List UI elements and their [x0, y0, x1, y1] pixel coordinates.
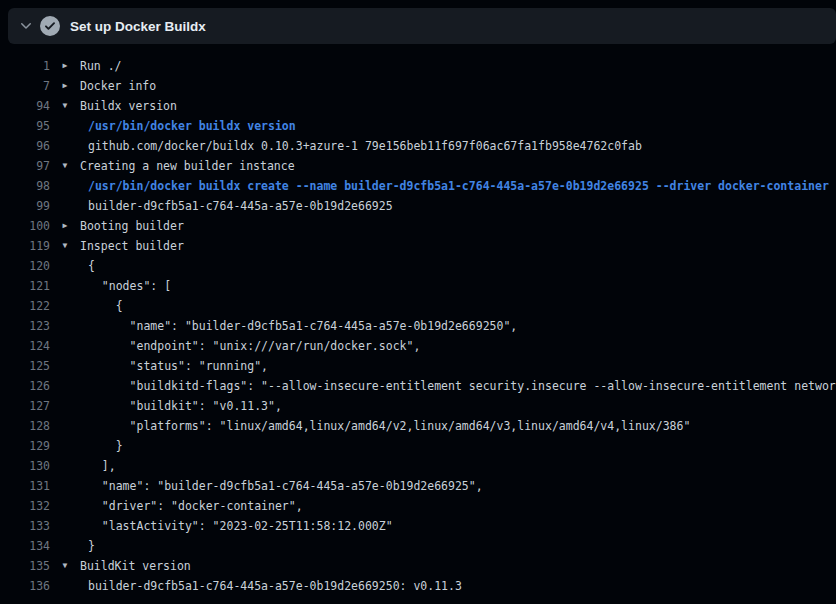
- log-line: 123 "name": "builder-d9cfb5a1-c764-445a-…: [0, 316, 836, 336]
- output-text: "lastActivity": "2023-02-25T11:58:12.000…: [80, 516, 393, 536]
- log-group-row[interactable]: 100▶Booting builder: [0, 216, 836, 236]
- line-number[interactable]: 134: [0, 536, 50, 556]
- triangle-down-icon[interactable]: ▼: [50, 156, 80, 176]
- arrow-spacer: [50, 376, 80, 396]
- group-title[interactable]: Run ./: [80, 56, 122, 76]
- line-number[interactable]: 131: [0, 476, 50, 496]
- arrow-spacer: [50, 296, 80, 316]
- triangle-right-icon[interactable]: ▶: [50, 56, 80, 76]
- line-number[interactable]: 1: [0, 56, 50, 76]
- line-number[interactable]: 95: [0, 116, 50, 136]
- triangle-right-icon[interactable]: ▶: [50, 216, 80, 236]
- output-text: }: [80, 536, 95, 556]
- log-line: 136builder-d9cfb5a1-c764-445a-a57e-0b19d…: [0, 576, 836, 596]
- arrow-spacer: [50, 476, 80, 496]
- chevron-down-icon[interactable]: [18, 18, 34, 34]
- output-text: "name": "builder-d9cfb5a1-c764-445a-a57e…: [80, 316, 517, 336]
- command-text: /usr/bin/docker buildx create --name bui…: [80, 176, 829, 196]
- line-number[interactable]: 122: [0, 296, 50, 316]
- actions-log-page: { "header": { "title": "Set up Docker Bu…: [0, 0, 836, 604]
- line-number[interactable]: 97: [0, 156, 50, 176]
- line-number[interactable]: 121: [0, 276, 50, 296]
- line-number[interactable]: 130: [0, 456, 50, 476]
- arrow-spacer: [50, 256, 80, 276]
- log-line: 99builder-d9cfb5a1-c764-445a-a57e-0b19d2…: [0, 196, 836, 216]
- output-text: github.com/docker/buildx 0.10.3+azure-1 …: [80, 136, 642, 156]
- line-number[interactable]: 99: [0, 196, 50, 216]
- log-group-row[interactable]: 135▼BuildKit version: [0, 556, 836, 576]
- line-number[interactable]: 129: [0, 436, 50, 456]
- log-line: 98/usr/bin/docker buildx create --name b…: [0, 176, 836, 196]
- arrow-spacer: [50, 496, 80, 516]
- line-number[interactable]: 120: [0, 256, 50, 276]
- output-text: "platforms": "linux/amd64,linux/amd64/v2…: [80, 416, 690, 436]
- output-text: }: [80, 436, 123, 456]
- step-header[interactable]: Set up Docker Buildx: [8, 8, 836, 44]
- output-text: "name": "builder-d9cfb5a1-c764-445a-a57e…: [80, 476, 483, 496]
- line-number[interactable]: 133: [0, 516, 50, 536]
- check-circle-icon: [40, 16, 60, 36]
- log-group-row[interactable]: 94▼Buildx version: [0, 96, 836, 116]
- line-number[interactable]: 124: [0, 336, 50, 356]
- command-text: /usr/bin/docker buildx version: [80, 116, 296, 136]
- line-number[interactable]: 7: [0, 76, 50, 96]
- triangle-down-icon[interactable]: ▼: [50, 236, 80, 256]
- line-number[interactable]: 125: [0, 356, 50, 376]
- log-line: 128 "platforms": "linux/amd64,linux/amd6…: [0, 416, 836, 436]
- log-line: 120{: [0, 256, 836, 276]
- arrow-spacer: [50, 196, 80, 216]
- line-number[interactable]: 128: [0, 416, 50, 436]
- output-text: "status": "running",: [80, 356, 268, 376]
- log-line: 126 "buildkitd-flags": "--allow-insecure…: [0, 376, 836, 396]
- log-group-row[interactable]: 119▼Inspect builder: [0, 236, 836, 256]
- group-title[interactable]: Docker info: [80, 76, 156, 96]
- arrow-spacer: [50, 576, 80, 596]
- output-text: "nodes": [: [80, 276, 171, 296]
- line-number[interactable]: 119: [0, 236, 50, 256]
- triangle-right-icon[interactable]: ▶: [50, 76, 80, 96]
- line-number[interactable]: 136: [0, 576, 50, 596]
- output-text: builder-d9cfb5a1-c764-445a-a57e-0b19d2e6…: [80, 576, 462, 596]
- triangle-down-icon[interactable]: ▼: [50, 556, 80, 576]
- arrow-spacer: [50, 336, 80, 356]
- line-number[interactable]: 123: [0, 316, 50, 336]
- log-group-row[interactable]: 97▼Creating a new builder instance: [0, 156, 836, 176]
- line-number[interactable]: 127: [0, 396, 50, 416]
- log-area: 1▶Run ./7▶Docker info94▼Buildx version95…: [0, 44, 836, 604]
- arrow-spacer: [50, 516, 80, 536]
- log-line: 125 "status": "running",: [0, 356, 836, 376]
- line-number[interactable]: 126: [0, 376, 50, 396]
- arrow-spacer: [50, 316, 80, 336]
- group-title[interactable]: BuildKit version: [80, 556, 191, 576]
- line-number[interactable]: 98: [0, 176, 50, 196]
- output-text: "buildkit": "v0.11.3",: [80, 396, 282, 416]
- log-line: 134}: [0, 536, 836, 556]
- log-line: 127 "buildkit": "v0.11.3",: [0, 396, 836, 416]
- line-number[interactable]: 135: [0, 556, 50, 576]
- group-title[interactable]: Booting builder: [80, 216, 184, 236]
- output-text: "buildkitd-flags": "--allow-insecure-ent…: [80, 376, 836, 396]
- arrow-spacer: [50, 136, 80, 156]
- group-title[interactable]: Inspect builder: [80, 236, 184, 256]
- group-title[interactable]: Buildx version: [80, 96, 177, 116]
- triangle-down-icon[interactable]: ▼: [50, 96, 80, 116]
- output-text: "driver": "docker-container",: [80, 496, 303, 516]
- log-line: 95/usr/bin/docker buildx version: [0, 116, 836, 136]
- step-title: Set up Docker Buildx: [70, 19, 206, 34]
- arrow-spacer: [50, 276, 80, 296]
- log-line: 129 }: [0, 436, 836, 456]
- line-number[interactable]: 94: [0, 96, 50, 116]
- line-number[interactable]: 96: [0, 136, 50, 156]
- log-line: 131 "name": "builder-d9cfb5a1-c764-445a-…: [0, 476, 836, 496]
- line-number[interactable]: 132: [0, 496, 50, 516]
- log-line: 124 "endpoint": "unix:///var/run/docker.…: [0, 336, 836, 356]
- arrow-spacer: [50, 116, 80, 136]
- group-title[interactable]: Creating a new builder instance: [80, 156, 295, 176]
- output-text: {: [80, 296, 123, 316]
- log-group-row[interactable]: 7▶Docker info: [0, 76, 836, 96]
- log-group-row[interactable]: 1▶Run ./: [0, 56, 836, 76]
- log-line: 133 "lastActivity": "2023-02-25T11:58:12…: [0, 516, 836, 536]
- arrow-spacer: [50, 436, 80, 456]
- line-number[interactable]: 100: [0, 216, 50, 236]
- arrow-spacer: [50, 536, 80, 556]
